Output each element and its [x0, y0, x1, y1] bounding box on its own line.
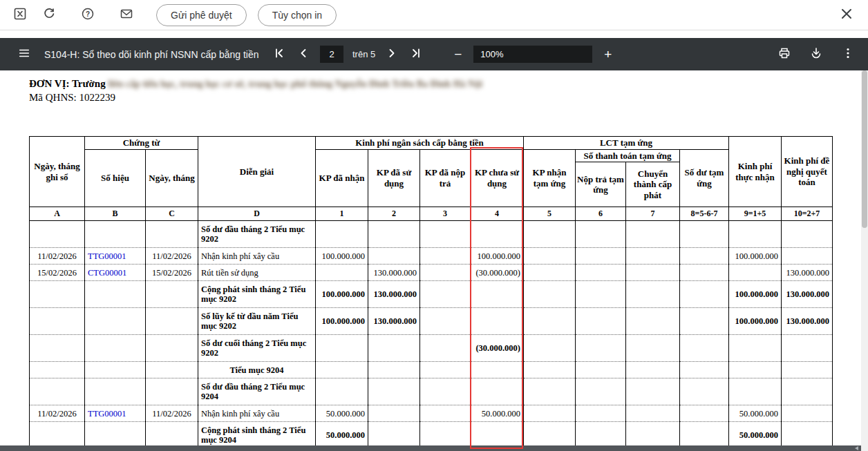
horizontal-scroll-arrow-icon[interactable] [855, 446, 858, 450]
amount-cell [626, 265, 680, 281]
amount-cell [524, 378, 576, 405]
help-button[interactable]: ? [77, 5, 98, 26]
amount-cell [626, 281, 680, 308]
amount-cell: 130.000.000 [368, 281, 420, 308]
amount-cell [782, 378, 833, 405]
next-page-button[interactable] [384, 47, 399, 62]
col-header-kp-received: KP đã nhận [316, 149, 368, 207]
table-row: Số lũy kế từ đầu năm Tiểu mục 9202100.00… [30, 308, 833, 335]
col-header-date: Ngày, tháng ghi sổ [30, 137, 85, 207]
amount-cell: 100.000.000 [729, 248, 782, 265]
refresh-button[interactable] [39, 5, 59, 26]
column-letter: 8=5-6-7 [680, 207, 729, 221]
amount-cell [524, 335, 576, 362]
voucher-date-cell: 15/02/2026 [146, 265, 198, 281]
amount-cell: (30.000.000) [471, 265, 524, 281]
amount-cell [782, 405, 833, 422]
table-row: Số dư cuối tháng 2 Tiểu mục 9202(30.000.… [30, 335, 833, 362]
amount-cell [576, 422, 626, 445]
previous-page-button[interactable] [296, 47, 311, 62]
report-title: S104-H: Sổ theo dõi kinh phí NSNN cấp bằ… [44, 49, 259, 60]
voucher-date-cell [146, 335, 198, 362]
col-group-voucher: Chứng từ [85, 137, 198, 150]
amount-cell: 130.000.000 [782, 265, 833, 281]
amount-cell [576, 281, 626, 308]
amount-cell [626, 248, 680, 265]
voucher-date-cell [146, 221, 198, 248]
zoom-in-button[interactable]: + [601, 48, 614, 61]
col-header-kp-returned: KP đã nộp trả [420, 149, 471, 207]
col-group-budget-cash: Kinh phí ngân sách cấp bằng tiền [316, 137, 524, 150]
amount-cell [782, 422, 833, 445]
pdf-viewer-toolbar: S104-H: Sổ theo dõi kinh phí NSNN cấp bằ… [0, 38, 868, 70]
table-row: 11/02/2026TTG0000111/02/2026Nhận kinh ph… [30, 405, 833, 422]
amount-cell [471, 221, 524, 248]
voucher-no-cell [85, 281, 146, 308]
voucher-no-cell [85, 335, 146, 362]
first-page-button[interactable] [272, 47, 287, 62]
amount-cell [420, 221, 471, 248]
description-cell: Số dư cuối tháng 2 Tiểu mục 9202 [198, 335, 316, 362]
col-header-voucher-date: Ngày, tháng [146, 149, 198, 207]
amount-cell [368, 221, 420, 248]
last-page-button[interactable] [408, 47, 424, 62]
zoom-level-select[interactable]: 100% [473, 46, 592, 63]
unit-label: ĐƠN VỊ: Trường [29, 78, 106, 89]
voucher-link[interactable]: CTG00001 [85, 265, 146, 281]
voucher-link[interactable]: TTG00001 [85, 248, 146, 265]
amount-cell [420, 405, 471, 422]
voucher-date-cell [146, 362, 198, 378]
column-letter: 9=1+5 [729, 207, 782, 221]
description-cell: Nhận kinh phí xây cầu [198, 248, 316, 265]
voucher-link[interactable]: TTG00001 [85, 405, 146, 422]
vertical-scrollbar-thumb[interactable] [862, 70, 867, 228]
amount-cell [524, 422, 576, 445]
vertical-scrollbar[interactable] [861, 70, 868, 445]
table-row: Cộng phát sinh tháng 2 Tiểu mục 920450.0… [30, 422, 833, 445]
amount-cell [524, 265, 576, 281]
amount-cell [576, 265, 626, 281]
amount-cell [368, 248, 420, 265]
amount-cell [626, 335, 680, 362]
zoom-out-button[interactable]: − [451, 48, 464, 61]
export-excel-button[interactable] [10, 5, 30, 26]
date-cell [30, 362, 85, 378]
voucher-date-cell [146, 378, 198, 405]
send-mail-button[interactable] [116, 5, 137, 26]
amount-cell [368, 405, 420, 422]
col-header-advance-return: Nộp trả tạm ứng [576, 162, 626, 207]
amount-cell [680, 221, 729, 248]
description-cell: Số lũy kế từ đầu năm Tiểu mục 9202 [198, 308, 316, 335]
printer-icon [777, 46, 791, 62]
svg-text:?: ? [86, 10, 90, 18]
print-button[interactable] [777, 47, 792, 62]
print-options-button[interactable]: Tùy chọn in [258, 4, 337, 26]
more-options-button[interactable] [840, 47, 856, 62]
amount-cell [729, 335, 782, 362]
close-button[interactable] [835, 3, 858, 27]
amount-cell [729, 265, 782, 281]
amount-cell [524, 362, 576, 378]
vertical-dots-icon [841, 46, 855, 62]
amount-cell: 100.000.000 [316, 248, 368, 265]
description-cell: Tiểu mục 9204 [198, 362, 316, 378]
amount-cell: 50.000.000 [316, 422, 368, 445]
amount-cell [524, 308, 576, 335]
horizontal-scroll-strip [0, 445, 861, 451]
send-approval-button[interactable]: Gửi phê duyệt [156, 4, 247, 26]
hamburger-icon [18, 47, 30, 61]
toc-menu-button[interactable] [17, 47, 32, 62]
download-button[interactable] [809, 47, 824, 62]
amount-cell [680, 308, 729, 335]
document-header: ĐƠN VỊ: Trường liên cấp tiểu học, trung … [0, 70, 868, 104]
table-row: Tiểu mục 9204 [30, 362, 833, 378]
amount-cell: 100.000.000 [471, 248, 524, 265]
date-cell: 11/02/2026 [30, 248, 85, 265]
amount-cell [576, 248, 626, 265]
voucher-no-cell [85, 308, 146, 335]
table-row: Số dư đầu tháng 2 Tiểu mục 9202 [30, 221, 833, 248]
amount-cell [524, 405, 576, 422]
page-number-input[interactable] [320, 46, 343, 63]
amount-cell [471, 422, 524, 445]
amount-cell [368, 362, 420, 378]
